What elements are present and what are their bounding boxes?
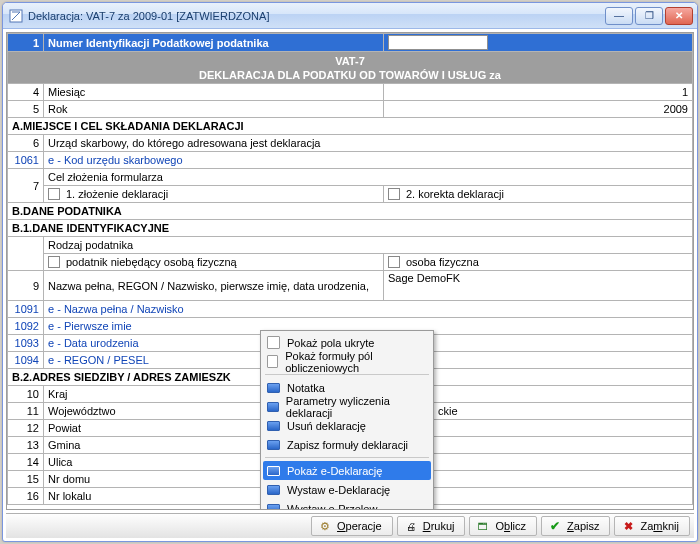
menu-save-formulas[interactable]: Zapisz formuły deklaracji: [263, 435, 431, 454]
maximize-button[interactable]: ❐: [635, 7, 663, 25]
row-taxpayer-type-label: Rodzaj podatnika: [8, 237, 693, 254]
row-purpose-opts: 1. złożenie deklaracji 2. korekta deklar…: [8, 186, 693, 203]
menu-separator: [265, 457, 429, 458]
window-title: Deklaracja: VAT-7 za 2009-01 [ZATWIERDZO…: [28, 10, 605, 22]
check-icon: [548, 519, 562, 533]
close-icon: [621, 519, 635, 533]
row-year: 5 Rok 2009: [8, 101, 693, 118]
calculate-button[interactable]: ObliczOblicz: [469, 516, 537, 536]
checkbox-not-individual[interactable]: [48, 256, 60, 268]
context-menu[interactable]: Pokaż pola ukryte Pokaż formuły pól obli…: [260, 330, 434, 510]
form-content: 1 Numer Identyfikacji Podatkowej podatni…: [6, 32, 694, 510]
form-title: VAT-7: [12, 54, 688, 68]
row-month: 4 Miesiąc 1: [8, 84, 693, 101]
print-button[interactable]: DrukujDrukuj: [397, 516, 466, 536]
calculate-icon: [476, 519, 490, 533]
gear-icon: [318, 519, 332, 533]
menu-delete[interactable]: Usuń deklarację: [263, 416, 431, 435]
window-controls: — ❐ ✕: [605, 7, 693, 25]
action-icon: [267, 421, 280, 431]
app-window: Deklaracja: VAT-7 za 2009-01 [ZATWIERDZO…: [2, 2, 698, 542]
section-b: B.DANE PODATNIKA: [8, 203, 693, 220]
row-tax-office: 6 Urząd skarbowy, do którego adresowana …: [8, 135, 693, 152]
action-icon: [267, 466, 280, 476]
form-subtitle: DEKLARACJA DLA PODATKU OD TOWARÓW I USŁU…: [12, 68, 688, 82]
titlebar[interactable]: Deklaracja: VAT-7 za 2009-01 [ZATWIERDZO…: [3, 3, 697, 29]
checkbox-icon: [267, 336, 280, 349]
bottom-toolbar: OOperacjeperacje DrukujDrukuj ObliczObli…: [6, 513, 694, 538]
close-form-button[interactable]: ZamknijZamknij: [614, 516, 690, 536]
header-row: VAT-7 DEKLARACJA DLA PODATKU OD TOWARÓW …: [8, 52, 693, 84]
save-button[interactable]: ZapiszZapisz: [541, 516, 610, 536]
action-icon: [267, 485, 280, 495]
row-nip: 1 Numer Identyfikacji Podatkowej podatni…: [8, 34, 693, 52]
field-label: Numer Identyfikacji Podatkowej podatnika: [44, 34, 384, 52]
section-b1: B.1.DANE IDENTYFIKACYJNE: [8, 220, 693, 237]
checkbox-correction[interactable]: [388, 188, 400, 200]
action-icon: [267, 402, 279, 412]
checkbox-submit[interactable]: [48, 188, 60, 200]
close-button[interactable]: ✕: [665, 7, 693, 25]
action-icon: [267, 440, 280, 450]
menu-issue-etransfer[interactable]: Wystaw e-Przelew: [263, 499, 431, 510]
row-taxpayer-type-opts: podatnik niebędący osobą fizyczną osoba …: [8, 254, 693, 271]
row-e-fullname: 1091e - Nazwa pełna / Nazwisko: [8, 301, 693, 318]
print-icon: [404, 519, 418, 533]
field-num: 1: [8, 34, 44, 52]
action-icon: [267, 383, 280, 393]
field-value[interactable]: 000-000-00-00: [384, 34, 693, 52]
menu-separator: [265, 374, 429, 375]
checkbox-icon: [267, 355, 278, 368]
row-fullname: 9 Nazwa pełna, REGON / Nazwisko, pierwsz…: [8, 271, 693, 301]
row-office-code: 1061 e - Kod urzędu skarbowego: [8, 152, 693, 169]
row-purpose-label: 7 Cel złożenia formularza: [8, 169, 693, 186]
menu-params[interactable]: Parametry wyliczenia deklaracji: [263, 397, 431, 416]
app-icon: [9, 9, 23, 23]
checkbox-individual[interactable]: [388, 256, 400, 268]
minimize-button[interactable]: —: [605, 7, 633, 25]
section-a: A.MIEJSCE I CEL SKŁADANIA DEKLARACJI: [8, 118, 693, 135]
operations-button[interactable]: OOperacjeperacje: [311, 516, 393, 536]
menu-show-formulas[interactable]: Pokaż formuły pól obliczeniowych: [263, 352, 431, 371]
menu-issue-edeclaration[interactable]: Wystaw e-Deklarację: [263, 480, 431, 499]
action-icon: [267, 504, 280, 511]
menu-show-edeclaration[interactable]: Pokaż e-Deklarację: [263, 461, 431, 480]
